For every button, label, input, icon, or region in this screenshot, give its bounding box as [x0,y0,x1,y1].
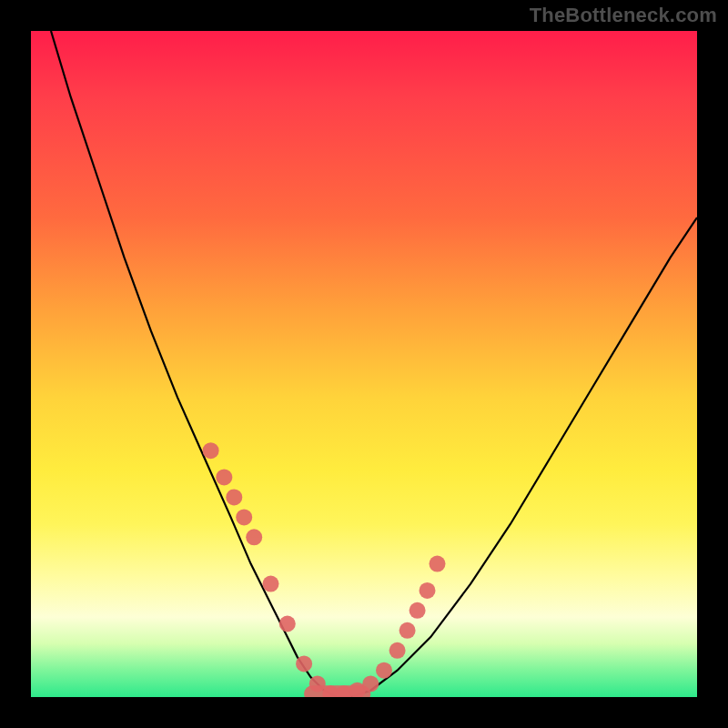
data-dot [216,469,232,485]
bottleneck-curve [51,31,697,697]
data-dot [309,675,326,692]
data-dot [296,655,312,672]
data-dot [236,509,252,525]
chart-overlay-svg [31,31,697,697]
data-dot [410,602,426,619]
data-dot [376,662,392,679]
data-dot [389,642,406,659]
curve-group [51,31,697,697]
data-dot [362,675,379,692]
data-dot [246,529,262,545]
data-dot [430,556,446,572]
data-dot [279,616,296,632]
data-dot [399,622,416,639]
chart-frame: TheBottleneck.com [0,0,728,728]
data-dot [263,576,279,592]
data-dot [226,489,242,505]
watermark-text: TheBottleneck.com [530,4,717,27]
data-dot [420,582,436,599]
data-dot [203,442,219,459]
